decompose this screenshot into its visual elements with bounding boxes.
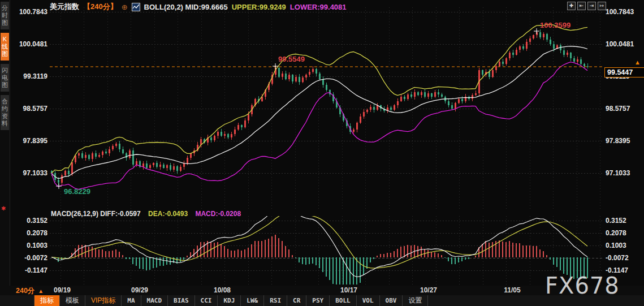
toolbar-cr-button[interactable]: CR bbox=[287, 295, 306, 306]
axis-label: 0.2078 bbox=[606, 229, 642, 237]
period-label[interactable]: 【240分】 bbox=[83, 2, 118, 12]
toolbar-vip-indicators-button[interactable]: VIP指标 bbox=[85, 295, 122, 306]
axis-label: 97.1033 bbox=[606, 169, 642, 177]
chart-canvas[interactable] bbox=[0, 0, 644, 306]
toolbar-psy-button[interactable]: PSY bbox=[306, 295, 330, 306]
indicator-toolbar: 指标 模板 VIP指标 MA MACD BIAS CCI KDJ LW& RSI… bbox=[0, 295, 644, 306]
axis-label: 0.3152 bbox=[11, 217, 47, 225]
axis-label: 100.7843 bbox=[11, 8, 47, 16]
axis-label: 97.1033 bbox=[11, 169, 47, 177]
compress-left-icon[interactable]: ⇤ bbox=[577, 2, 586, 10]
axis-label: 97.8395 bbox=[11, 137, 47, 145]
axis-label: -0.0072 bbox=[11, 254, 47, 262]
left-price-axis: 100.7843100.048199.311998.575797.839597.… bbox=[11, 0, 47, 295]
symbol-title: 美元指数 bbox=[50, 2, 79, 12]
price-marker-icon: ▲ bbox=[634, 59, 641, 66]
toolbar-bias-button[interactable]: BIAS bbox=[168, 295, 195, 306]
shift-right-icon[interactable]: ↦ bbox=[598, 2, 606, 10]
boll-bands bbox=[51, 24, 587, 189]
boll-mid-legend: BOLL(20,2) MID:99.6665 bbox=[144, 3, 228, 11]
toolbar-rsi-button[interactable]: RSI bbox=[264, 295, 287, 306]
toolbar-settings-button[interactable]: 设置 bbox=[403, 295, 428, 306]
macd-value-legend: MACD:-0.0208 bbox=[195, 210, 241, 218]
toolbar-vol-button[interactable]: VOL bbox=[357, 295, 380, 306]
swing-low-label: 96.8229 bbox=[64, 187, 90, 196]
axis-label: 98.5757 bbox=[11, 105, 47, 113]
current-price-badge: 99.5447 bbox=[604, 67, 644, 77]
date-label: 10/08 bbox=[214, 286, 231, 294]
axis-label: 0.2078 bbox=[11, 229, 47, 237]
target-icon[interactable]: ⊕ bbox=[122, 3, 128, 11]
axis-label: 99.3119 bbox=[11, 72, 47, 80]
toolbar-spacer bbox=[0, 295, 34, 306]
chart-tool-icons: ✚ ⇤ ⇥ ↦ bbox=[567, 2, 606, 10]
swing-high-label: 100.3599 bbox=[540, 21, 570, 29]
mini-chart-icon bbox=[132, 3, 140, 11]
axis-label: 100.0481 bbox=[606, 40, 642, 48]
axis-label: 100.7843 bbox=[606, 8, 642, 16]
toolbar-ma-button[interactable]: MA bbox=[122, 295, 141, 306]
axis-label: 98.5757 bbox=[606, 105, 642, 113]
trading-app-window: 分时图 K线图 闪电图 合约资料 ✱ 美元指数 【240分】 ⊕ BOLL(20… bbox=[0, 0, 644, 306]
axis-label: -0.1147 bbox=[11, 266, 47, 274]
date-label: 09/19 bbox=[54, 286, 71, 294]
chart-header: 美元指数 【240分】 ⊕ BOLL(20,2) MID:99.6665 UPP… bbox=[50, 2, 347, 12]
macd-header: MACD(26,12,9) DIFF:-0.0597 DEA:-0.0493 M… bbox=[51, 210, 241, 218]
date-label: 10/27 bbox=[420, 286, 437, 294]
boll-upper-legend: UPPER:99.9249 bbox=[232, 3, 286, 11]
toolbar-indicators-button[interactable]: 指标 bbox=[34, 295, 60, 306]
candles bbox=[51, 29, 589, 186]
toolbar-templates-button[interactable]: 模板 bbox=[60, 295, 85, 306]
axis-label: 100.0481 bbox=[11, 40, 47, 48]
macd-diff-legend: MACD(26,12,9) DIFF:-0.0597 bbox=[51, 210, 141, 218]
toolbar-boll-button[interactable]: BOLL bbox=[330, 295, 357, 306]
crosshair-icon[interactable]: ✚ bbox=[567, 2, 576, 10]
toolbar-cci-button[interactable]: CCI bbox=[195, 295, 218, 306]
toolbar-obv-button[interactable]: OBV bbox=[380, 295, 403, 306]
axis-label: 97.8395 bbox=[606, 137, 642, 145]
axis-label: 0.1003 bbox=[11, 242, 47, 249]
compress-right-icon[interactable]: ⇥ bbox=[587, 2, 596, 10]
toolbar-lw-button[interactable]: LW& bbox=[241, 295, 264, 306]
date-label: 09/29 bbox=[131, 286, 148, 294]
swing-high-label: 99.5549 bbox=[278, 55, 305, 63]
axis-label: -0.0072 bbox=[606, 254, 642, 262]
toolbar-macd-button[interactable]: MACD bbox=[141, 295, 168, 306]
axis-label: 0.3152 bbox=[606, 217, 642, 225]
toolbar-kdj-button[interactable]: KDJ bbox=[218, 295, 241, 306]
macd-dea-legend: DEA:-0.0493 bbox=[148, 210, 188, 218]
boll-lower-legend: LOWER:99.4081 bbox=[290, 3, 347, 11]
date-label: 11/05 bbox=[504, 286, 520, 294]
axis-label: 0.1003 bbox=[606, 242, 642, 249]
date-label: 10/17 bbox=[340, 286, 357, 294]
right-price-axis: 100.7843100.048199.311998.575797.839597.… bbox=[606, 0, 642, 295]
